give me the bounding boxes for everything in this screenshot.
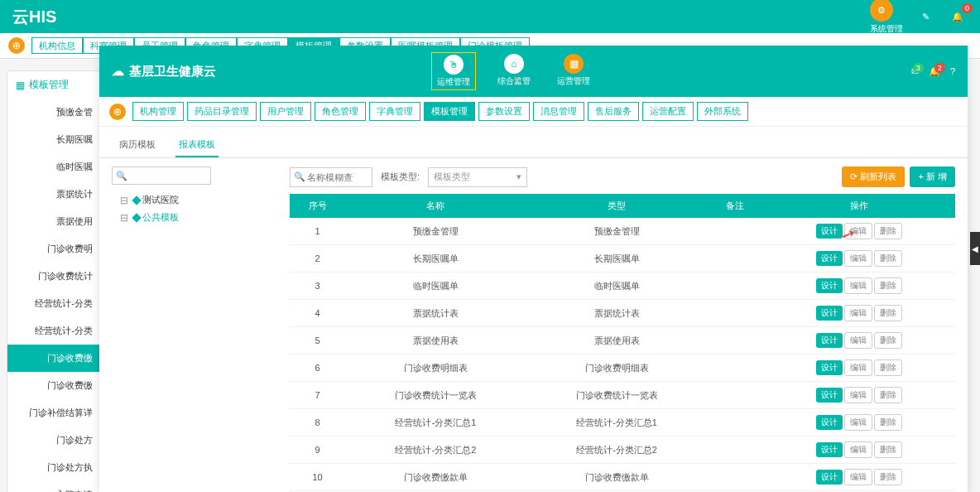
modal-subnav-item[interactable]: 外部系统 xyxy=(697,102,748,121)
design-button[interactable]: 设计 xyxy=(816,251,843,266)
sidebar-item[interactable]: 门诊收费缴 xyxy=(7,372,101,399)
sidebar-item[interactable]: 门诊处方 xyxy=(7,427,101,454)
delete-button[interactable]: 删除 xyxy=(874,469,902,485)
delete-button[interactable]: 删除 xyxy=(874,305,902,321)
sidebar-item[interactable]: 门诊处方执 xyxy=(7,454,101,481)
modal-subnav-item[interactable]: 参数设置 xyxy=(478,102,530,121)
system-settings[interactable]: ⚙ 系统管理 xyxy=(870,0,903,35)
sidebar-item[interactable]: 门诊收费统计 xyxy=(7,263,101,290)
tree-toggle-icon[interactable]: ⊟ xyxy=(120,212,128,224)
data-table: 序号名称类型备注操作 1预缴金管理预缴金管理设计编辑删除2长期医嘱单长期医嘱单设… xyxy=(290,194,955,491)
edit-button[interactable]: 编辑 xyxy=(844,332,872,349)
edit-button[interactable]: 编辑 xyxy=(844,414,872,431)
modal-subnav-item[interactable]: 模板管理 xyxy=(424,102,475,121)
sidebar-title: ▦ 模板管理 xyxy=(7,78,101,99)
tree-toggle-icon[interactable]: ⊟ xyxy=(120,195,128,206)
table-row: 8经营统计-分类汇总1经营统计-分类汇总1设计编辑删除 xyxy=(290,409,955,437)
table-header: 类型 xyxy=(526,194,708,218)
design-button[interactable]: 设计 xyxy=(816,415,843,430)
edit-button[interactable]: 编辑 xyxy=(844,441,872,458)
nav-circle-icon: ⌂ xyxy=(504,54,524,74)
add-button[interactable]: + 新 增 xyxy=(910,166,955,187)
bell-icon[interactable]: 🔔0 xyxy=(948,7,968,27)
design-button[interactable]: 设计 xyxy=(816,442,843,457)
design-button[interactable]: 设计 xyxy=(816,333,843,348)
bell-icon[interactable]: 🔔2 xyxy=(929,66,940,77)
chevron-down-icon: ▾ xyxy=(516,171,521,182)
type-select[interactable]: 模板类型▾ xyxy=(428,167,527,187)
modal-logo: ☁ 基层卫生健康云 xyxy=(112,64,216,80)
delete-button[interactable]: 删除 xyxy=(874,359,902,376)
modal-subnav-item[interactable]: 角色管理 xyxy=(315,102,366,121)
sidebar-item[interactable]: 门诊收费明 xyxy=(7,235,101,263)
table-row: 6门诊收费明细表门诊收费明细表设计编辑删除 xyxy=(290,355,955,382)
sidebar-item[interactable]: 临时医嘱 xyxy=(7,153,101,181)
modal-tabs: 病历模板报表模板 xyxy=(99,127,968,158)
sidebar-item[interactable]: 经营统计-分类 xyxy=(7,290,101,317)
cloud-icon: ☁ xyxy=(112,64,124,79)
edit-button[interactable]: 编辑 xyxy=(844,277,872,294)
main-panel: 🔍 模板类型: 模板类型▾ ⟳刷新列表 + 新 增 序号名称类型备注操作 1预缴… xyxy=(290,166,955,484)
edit-button[interactable]: 编辑 xyxy=(844,469,872,485)
design-button[interactable]: 设计 xyxy=(816,470,843,485)
modal-tab[interactable]: 报表模板 xyxy=(175,133,219,157)
design-button[interactable]: 设计 xyxy=(816,360,843,375)
modal-subnav-item[interactable]: 用户管理 xyxy=(260,102,311,121)
sidebar-item[interactable]: 经营统计-分类 xyxy=(7,317,101,345)
modal-subnav-item[interactable]: 字典管理 xyxy=(369,102,420,121)
sidebar-item[interactable]: 长期医嘱 xyxy=(7,126,101,153)
table-header: 序号 xyxy=(290,194,345,218)
edit-button[interactable]: 编辑 xyxy=(844,223,872,239)
modal-subnav-item[interactable]: 售后服务 xyxy=(588,102,639,121)
refresh-button[interactable]: ⟳刷新列表 xyxy=(842,166,905,187)
edit-button[interactable]: 编辑 xyxy=(844,359,872,376)
help-icon[interactable]: ? xyxy=(950,66,955,76)
edit-button[interactable]: 编辑 xyxy=(844,250,872,267)
modal-nav-item[interactable]: 🖱运维管理 xyxy=(431,52,476,90)
modal-nav-item[interactable]: ⌂综合监管 xyxy=(492,52,536,90)
design-button[interactable]: 设计 xyxy=(816,306,843,321)
diamond-icon xyxy=(132,213,141,222)
delete-button[interactable]: 删除 xyxy=(874,441,902,458)
table-row: 7门诊收费统计一览表门诊收费统计一览表设计编辑删除 xyxy=(290,382,955,409)
right-collapse-tab[interactable]: ◀ xyxy=(970,232,980,265)
delete-button[interactable]: 删除 xyxy=(874,387,902,403)
mail-icon[interactable]: ✉3 xyxy=(911,66,919,77)
design-button[interactable]: 设计 xyxy=(816,388,843,403)
modal-window: ☁ 基层卫生健康云 🖱运维管理⌂综合监管▦运营管理 ✉3 🔔2 ? ⊕ 机构管理… xyxy=(99,46,968,492)
edit-button[interactable]: 编辑 xyxy=(844,305,872,321)
table-header: 备注 xyxy=(707,194,762,218)
sidebar-item[interactable]: 门诊补偿结算详 xyxy=(7,399,101,427)
delete-button[interactable]: 删除 xyxy=(874,250,902,267)
sidebar-item[interactable]: 票据统计 xyxy=(7,181,101,208)
toolbar: 🔍 模板类型: 模板类型▾ ⟳刷新列表 + 新 增 xyxy=(290,166,955,187)
modal-nav-item[interactable]: ▦运营管理 xyxy=(552,52,595,90)
design-button[interactable]: 设计 xyxy=(816,278,843,293)
delete-button[interactable]: 删除 xyxy=(874,223,902,239)
modal-tab[interactable]: 病历模板 xyxy=(116,133,159,157)
gear-icon: ⚙ xyxy=(870,0,893,22)
edit-icon[interactable]: ✎ xyxy=(915,7,935,27)
delete-button[interactable]: 删除 xyxy=(874,414,902,431)
delete-button[interactable]: 删除 xyxy=(874,277,902,294)
table-row: 10门诊收费缴款单门诊收费缴款单设计编辑删除 xyxy=(290,464,955,491)
modal-subnav-item[interactable]: 消息管理 xyxy=(533,102,584,121)
sidebar-item[interactable]: 入院申请 xyxy=(7,481,101,492)
sidebar: ▦ 模板管理 预缴金管长期医嘱临时医嘱票据统计票据使用门诊收费明门诊收费统计经营… xyxy=(7,70,102,492)
modal-subnav-item[interactable]: 运营配置 xyxy=(642,102,694,121)
top-nav-item[interactable]: 机构信息 xyxy=(31,37,83,54)
sidebar-item[interactable]: 票据使用 xyxy=(7,208,101,235)
home-icon[interactable]: ⊕ xyxy=(109,104,126,120)
edit-button[interactable]: 编辑 xyxy=(844,387,872,403)
modal-subnav: ⊕ 机构管理药品目录管理用户管理角色管理字典管理模板管理参数设置消息管理售后服务… xyxy=(99,97,968,127)
modal-subnav-item[interactable]: 机构管理 xyxy=(132,102,184,121)
tree-item[interactable]: ⊟ 测试医院 xyxy=(112,191,277,209)
tree-item[interactable]: ⊟ 公共模板 xyxy=(112,209,277,226)
design-button[interactable]: 设计 xyxy=(816,224,843,239)
sidebar-item[interactable]: 预缴金管 xyxy=(7,99,101,126)
diamond-icon xyxy=(132,195,141,205)
modal-subnav-item[interactable]: 药品目录管理 xyxy=(187,102,257,121)
home-icon[interactable]: ⊕ xyxy=(8,37,25,54)
delete-button[interactable]: 删除 xyxy=(874,332,902,349)
sidebar-item[interactable]: 门诊收费缴 xyxy=(7,345,101,372)
